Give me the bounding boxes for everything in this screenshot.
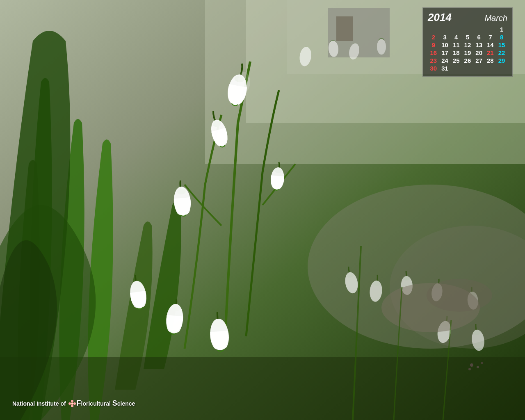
calendar-week-row: 16171819202122 xyxy=(428,49,507,57)
svg-point-54 xyxy=(71,400,73,402)
calendar-body: 1234567891011121314151617181920212223242… xyxy=(428,25,507,72)
calendar-week-row: 1 xyxy=(428,25,507,33)
svg-point-56 xyxy=(68,402,71,405)
calendar-day: 12 xyxy=(462,41,473,49)
calendar-day: 11 xyxy=(450,41,462,49)
calendar-day: 3 xyxy=(439,33,451,41)
calendar-header: 2014 March xyxy=(428,11,507,24)
calendar-day xyxy=(450,64,462,72)
svg-point-50 xyxy=(427,279,492,312)
svg-point-58 xyxy=(71,403,73,404)
watermark-text-before: National Institute of xyxy=(12,400,68,407)
calendar-day: 7 xyxy=(485,33,496,41)
calendar-day xyxy=(496,64,507,72)
calendar-week-row: 9101112131415 xyxy=(428,41,507,49)
calendar-day xyxy=(439,25,451,33)
calendar-day: 19 xyxy=(462,49,473,57)
svg-point-57 xyxy=(73,402,76,405)
calendar-day: 14 xyxy=(485,41,496,49)
calendar-month: March xyxy=(484,14,507,23)
calendar-day: 20 xyxy=(473,49,485,57)
calendar-week-row: 23242526272829 xyxy=(428,57,507,64)
calendar-day: 27 xyxy=(473,57,485,64)
calendar-day: 4 xyxy=(450,33,462,41)
calendar-day xyxy=(473,64,485,72)
calendar-day: 6 xyxy=(473,33,485,41)
calendar-day: 17 xyxy=(439,49,451,57)
watermark-text-floricultural: loricultural xyxy=(81,400,112,407)
calendar-table: 1234567891011121314151617181920212223242… xyxy=(428,25,507,72)
calendar-day: 23 xyxy=(428,57,439,64)
calendar-day: 21 xyxy=(485,49,496,57)
watermark-letter-s: S xyxy=(112,399,117,408)
svg-point-52 xyxy=(238,72,250,92)
calendar-day: 31 xyxy=(439,64,451,72)
svg-point-30 xyxy=(377,39,386,55)
calendar-day: 8 xyxy=(496,33,507,41)
calendar-day: 15 xyxy=(496,41,507,49)
watermark-letter-f: F xyxy=(77,399,81,408)
calendar-year: 2014 xyxy=(428,11,452,24)
calendar-day: 13 xyxy=(473,41,485,49)
calendar-day: 10 xyxy=(439,41,451,49)
calendar-week-row: 2345678 xyxy=(428,33,507,41)
calendar-day: 9 xyxy=(428,41,439,49)
calendar-day xyxy=(462,64,473,72)
calendar-day: 2 xyxy=(428,33,439,41)
calendar-day: 5 xyxy=(462,33,473,41)
calendar-day xyxy=(485,64,496,72)
calendar-day: 28 xyxy=(485,57,496,64)
calendar-day xyxy=(428,25,439,33)
calendar-week-row: 3031 xyxy=(428,64,507,72)
calendar-day: 30 xyxy=(428,64,439,72)
calendar-day xyxy=(473,25,485,33)
calendar-day xyxy=(462,25,473,33)
calendar-day: 22 xyxy=(496,49,507,57)
svg-rect-6 xyxy=(336,16,353,41)
watermark-text-cience: cience xyxy=(117,400,135,407)
calendar-day: 18 xyxy=(450,49,462,57)
calendar-day xyxy=(485,25,496,33)
calendar-day: 29 xyxy=(496,57,507,64)
calendar-day: 24 xyxy=(439,57,451,64)
calendar-day: 25 xyxy=(450,57,462,64)
watermark: National Institute of F loricultural S c… xyxy=(12,399,135,408)
calendar-widget: 2014 March 12345678910111213141516171819… xyxy=(422,7,513,77)
calendar-day: 26 xyxy=(462,57,473,64)
svg-point-55 xyxy=(71,405,73,407)
flower-icon xyxy=(68,399,76,408)
calendar-day: 16 xyxy=(428,49,439,57)
calendar-day: 1 xyxy=(496,25,507,33)
calendar-day xyxy=(450,25,462,33)
